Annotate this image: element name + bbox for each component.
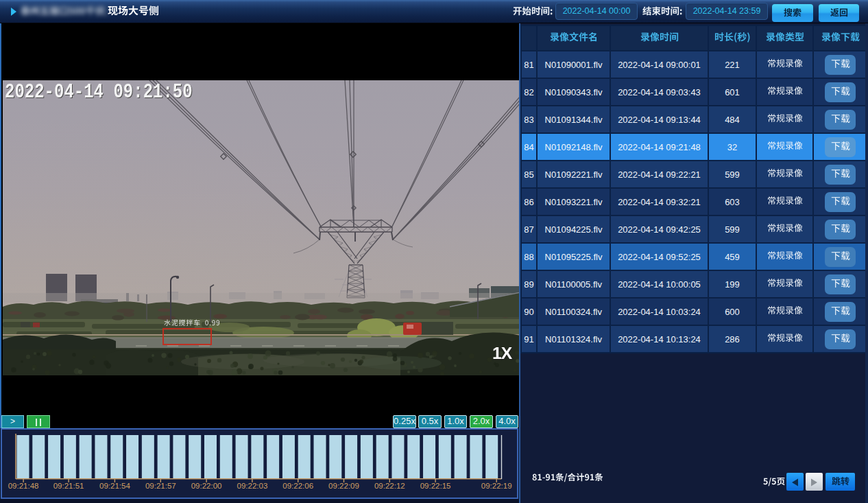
svg-text:09:22:03: 09:22:03: [237, 482, 268, 490]
svg-text:09:21:54: 09:21:54: [99, 482, 130, 490]
svg-text:09:22:09: 09:22:09: [328, 482, 359, 490]
svg-text:09:22:06: 09:22:06: [282, 482, 313, 490]
svg-text:09:22:00: 09:22:00: [191, 482, 222, 490]
svg-text:09:22:19: 09:22:19: [481, 482, 512, 490]
svg-text:09:21:48: 09:21:48: [8, 482, 39, 490]
svg-text:09:22:15: 09:22:15: [420, 482, 451, 490]
svg-text:09:22:12: 09:22:12: [374, 482, 405, 490]
svg-text:09:21:57: 09:21:57: [145, 482, 176, 490]
svg-text:09:21:51: 09:21:51: [53, 482, 84, 490]
